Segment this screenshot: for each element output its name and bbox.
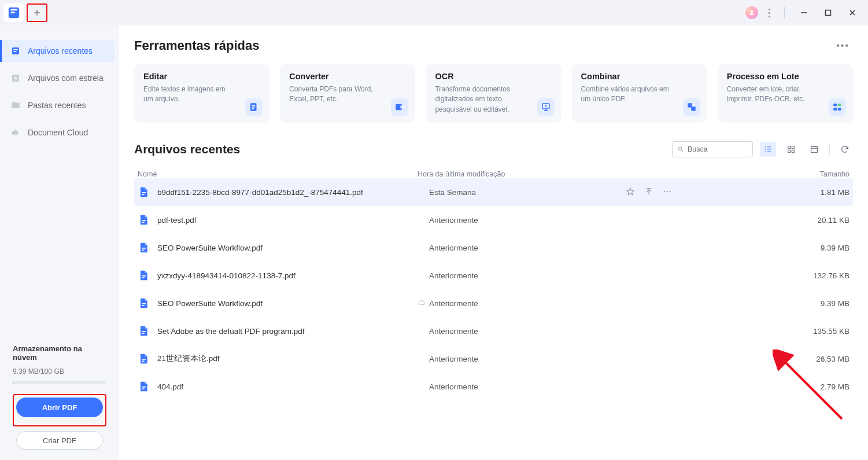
recent-icon xyxy=(10,46,21,56)
file-size: 9.39 MB xyxy=(797,244,849,252)
view-calendar-button[interactable] xyxy=(806,142,822,157)
file-size: 135.55 KB xyxy=(797,327,849,336)
tool-card-desc: Edite textos e imagens em um arquivo. xyxy=(143,84,235,105)
tool-card-title: OCR xyxy=(435,72,552,81)
table-header: Nome Hora da última modificação Tamanho xyxy=(134,170,853,178)
svg-rect-49 xyxy=(142,306,145,307)
sidebar-item-starred[interactable]: Arquivos com estrela xyxy=(0,67,114,89)
file-date: Anteriormente xyxy=(429,299,626,308)
open-pdf-button[interactable]: Abrir PDF xyxy=(16,398,103,417)
svg-rect-28 xyxy=(142,192,146,193)
search-box[interactable] xyxy=(672,141,753,157)
ocr-icon: T xyxy=(537,98,555,116)
app-home-tab[interactable] xyxy=(3,3,24,22)
file-size: 1.81 MB xyxy=(797,188,849,197)
svg-rect-19 xyxy=(838,104,841,106)
file-row[interactable]: Set Adobe as the defualt PDF program.pdf… xyxy=(134,317,853,345)
svg-rect-24 xyxy=(792,146,794,149)
svg-rect-20 xyxy=(833,108,837,111)
svg-rect-44 xyxy=(142,278,145,279)
file-date: Anteriormente xyxy=(429,271,626,280)
create-pdf-button[interactable]: Criar PDF xyxy=(16,431,103,450)
svg-rect-38 xyxy=(142,248,146,249)
file-name: SEO PowerSuite Workflow.pdf xyxy=(157,244,418,252)
search-input[interactable] xyxy=(688,145,748,153)
tool-card-desc: Converter em lote, criar, imprimir, PDFs… xyxy=(727,84,818,105)
pdf-icon xyxy=(138,325,149,337)
view-divider xyxy=(829,143,830,155)
svg-point-3 xyxy=(751,10,753,13)
file-name: b9ddf151-2235-8bcd-8977-dd01ad25b1d2_-87… xyxy=(157,188,418,197)
sidebar-item-recent-files[interactable]: Arquivos recentes xyxy=(0,40,114,62)
file-row[interactable]: pdf-test.pdfAnteriormente20.11 KB xyxy=(134,206,853,234)
svg-rect-33 xyxy=(142,220,146,221)
tool-card-edit[interactable]: EditarEdite textos e imagens em um arqui… xyxy=(134,64,269,123)
user-avatar[interactable] xyxy=(745,6,758,19)
file-row[interactable]: SEO PowerSuite Workflow.pdfAnteriormente… xyxy=(134,289,853,317)
svg-rect-6 xyxy=(13,49,18,50)
svg-rect-63 xyxy=(142,387,146,388)
cloud-status-icon xyxy=(418,298,429,309)
refresh-button[interactable] xyxy=(837,142,853,157)
pdf-icon xyxy=(138,381,149,392)
pdf-icon xyxy=(138,270,149,281)
edit-icon xyxy=(245,98,263,116)
file-size: 2.79 MB xyxy=(797,382,849,391)
minimize-button[interactable] xyxy=(795,4,812,21)
new-tab-button[interactable] xyxy=(27,3,47,22)
tool-card-batch[interactable]: Processo em LoteConverter em lote, criar… xyxy=(718,64,853,123)
file-row[interactable]: SEO PowerSuite Workflow.pdfAnteriormente… xyxy=(134,234,853,262)
file-name: 404.pdf xyxy=(157,382,418,391)
cloud-icon xyxy=(10,127,21,138)
column-size: Tamanho xyxy=(797,170,849,178)
file-row[interactable]: 21世纪资本论.pdfAnteriormente26.53 MB xyxy=(134,345,853,373)
svg-rect-4 xyxy=(826,10,831,16)
svg-rect-43 xyxy=(142,275,146,277)
upload-icon[interactable] xyxy=(644,187,653,198)
tool-card-title: Processo em Lote xyxy=(727,72,844,81)
star-icon xyxy=(10,73,21,83)
tool-card-ocr[interactable]: OCRTransforme documentos digitalizados e… xyxy=(426,64,561,123)
svg-rect-17 xyxy=(691,106,696,111)
file-date: Anteriormente xyxy=(429,216,626,225)
file-date: Anteriormente xyxy=(429,355,626,363)
file-date: Anteriormente xyxy=(429,244,626,252)
file-name: pdf-test.pdf xyxy=(157,216,418,225)
tool-card-title: Converter xyxy=(289,72,406,81)
titlebar-divider xyxy=(784,7,785,19)
quick-tools-more-icon[interactable]: ••• xyxy=(833,38,853,53)
file-date: Esta Semana xyxy=(429,188,626,197)
storage-usage: 9.39 MB/100 GB xyxy=(13,367,106,376)
sidebar-item-document-cloud[interactable]: Document Cloud xyxy=(0,122,114,143)
tool-card-convert[interactable]: ConverterConverta PDFs para Word, Excel,… xyxy=(280,64,415,123)
file-size: 20.11 KB xyxy=(797,216,849,225)
file-row[interactable]: 404.pdfAnteriormente2.79 MB xyxy=(134,373,853,400)
svg-rect-23 xyxy=(788,146,791,149)
svg-rect-7 xyxy=(13,51,16,52)
close-button[interactable] xyxy=(844,4,861,21)
pdf-icon xyxy=(138,297,149,309)
file-row[interactable]: b9ddf151-2235-8bcd-8977-dd01ad25b1d2_-87… xyxy=(134,178,853,206)
maximize-button[interactable] xyxy=(819,4,837,21)
view-list-button[interactable] xyxy=(760,142,776,157)
tool-card-combine[interactable]: CombinarCombine vários arquivos em um ún… xyxy=(572,64,707,123)
pdf-icon xyxy=(138,186,149,198)
pdf-icon xyxy=(138,214,149,226)
svg-rect-11 xyxy=(252,106,255,108)
view-grid-button[interactable] xyxy=(783,142,799,157)
file-row[interactable]: yxzxdyy-418943414-010822-1138-7.pdfAnter… xyxy=(134,262,853,289)
file-name: yxzxdyy-418943414-010822-1138-7.pdf xyxy=(157,271,418,280)
row-more-icon[interactable] xyxy=(663,187,672,198)
pdf-icon xyxy=(138,353,149,365)
sidebar-item-recent-folders[interactable]: Pastas recentes xyxy=(0,94,114,116)
svg-rect-2 xyxy=(11,12,15,13)
svg-text:T: T xyxy=(545,105,547,108)
recent-files-title: Arquivos recentes xyxy=(134,142,240,156)
star-icon[interactable] xyxy=(626,187,635,198)
svg-rect-34 xyxy=(142,222,145,223)
tool-card-title: Combinar xyxy=(581,72,698,81)
svg-point-30 xyxy=(664,191,665,192)
app-menu-icon[interactable] xyxy=(765,6,774,20)
file-name: SEO PowerSuite Workflow.pdf xyxy=(157,299,418,308)
tool-card-title: Editar xyxy=(143,72,260,81)
